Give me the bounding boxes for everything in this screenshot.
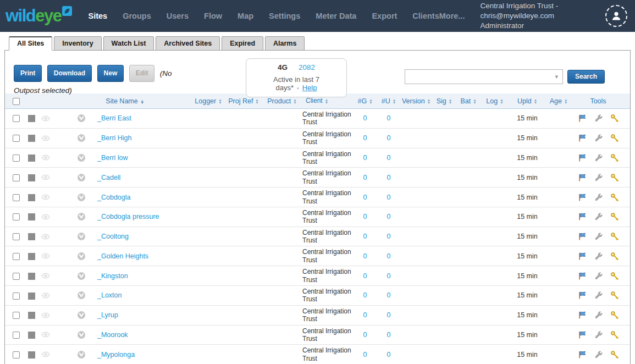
u-count-link[interactable]: 0 xyxy=(387,134,391,142)
row-checkbox[interactable] xyxy=(13,332,20,339)
row-checkbox[interactable] xyxy=(13,213,20,220)
flag-tool-button[interactable] xyxy=(578,193,587,202)
tab[interactable]: All Sites xyxy=(9,36,52,51)
g-count-link[interactable]: 0 xyxy=(363,272,367,280)
watch-eye-icon[interactable] xyxy=(41,194,50,200)
g-count-link[interactable]: 0 xyxy=(363,134,367,142)
watch-eye-icon[interactable] xyxy=(41,214,50,220)
g-count-link[interactable]: 0 xyxy=(363,331,367,339)
flag-tool-button[interactable] xyxy=(578,134,587,142)
column-header-product[interactable]: Product▲▼ xyxy=(262,97,302,105)
wrench-tool-button[interactable] xyxy=(594,330,603,339)
u-count-link[interactable]: 0 xyxy=(387,174,391,181)
tab[interactable]: Watch List xyxy=(103,36,154,51)
g-count-link[interactable]: 0 xyxy=(363,154,367,162)
g-count-link[interactable]: 0 xyxy=(363,252,367,260)
help-link[interactable]: Help xyxy=(302,84,317,92)
row-checkbox[interactable] xyxy=(13,273,20,280)
row-checkbox[interactable] xyxy=(13,174,20,181)
row-checkbox[interactable] xyxy=(13,233,20,240)
row-checkbox[interactable] xyxy=(13,351,20,359)
wrench-tool-button[interactable] xyxy=(594,272,603,280)
flag-tool-button[interactable] xyxy=(578,173,587,182)
chevron-down-icon[interactable]: ▾ xyxy=(550,73,562,80)
user-avatar-button[interactable] xyxy=(605,5,627,27)
g-count-link[interactable]: 0 xyxy=(363,351,367,359)
wrench-tool-button[interactable] xyxy=(594,212,603,221)
g-count-link[interactable]: 0 xyxy=(363,174,367,181)
site-link[interactable]: _Mypolonga xyxy=(97,351,135,359)
u-count-link[interactable]: 0 xyxy=(387,233,391,240)
u-count-link[interactable]: 0 xyxy=(387,252,391,260)
new-button[interactable]: New xyxy=(97,65,124,82)
watch-eye-icon[interactable] xyxy=(41,155,50,161)
site-link[interactable]: _Moorook xyxy=(97,331,128,339)
g-count-link[interactable]: 0 xyxy=(363,233,367,240)
key-tool-button[interactable] xyxy=(610,212,619,221)
watch-eye-icon[interactable] xyxy=(41,115,50,122)
column-header-g[interactable]: #G▲▼ xyxy=(353,97,377,105)
select-all-checkbox[interactable] xyxy=(13,98,20,105)
row-checkbox[interactable] xyxy=(13,312,20,319)
flag-tool-button[interactable] xyxy=(578,272,587,280)
tab[interactable]: Archived Sites xyxy=(156,36,220,51)
key-tool-button[interactable] xyxy=(610,330,619,339)
key-tool-button[interactable] xyxy=(610,311,619,319)
key-tool-button[interactable] xyxy=(610,114,619,123)
watch-eye-icon[interactable] xyxy=(41,135,50,141)
site-link[interactable]: _Loxton xyxy=(97,291,122,299)
watch-eye-icon[interactable] xyxy=(41,273,50,279)
flag-tool-button[interactable] xyxy=(578,153,587,162)
watch-eye-icon[interactable] xyxy=(41,253,50,259)
flag-tool-button[interactable] xyxy=(578,252,587,261)
site-link[interactable]: _Berri low xyxy=(97,154,128,162)
flag-tool-button[interactable] xyxy=(578,311,587,319)
column-header-age[interactable]: Age▲▼ xyxy=(545,97,572,105)
site-link[interactable]: _Cadell xyxy=(97,174,120,181)
row-checkbox[interactable] xyxy=(13,293,20,300)
key-tool-button[interactable] xyxy=(610,153,619,162)
u-count-link[interactable]: 0 xyxy=(387,351,391,359)
site-link[interactable]: _Berri High xyxy=(97,134,132,142)
nav-item[interactable]: Meter Data xyxy=(316,12,356,20)
wrench-tool-button[interactable] xyxy=(594,232,603,241)
wrench-tool-button[interactable] xyxy=(594,291,603,300)
wrench-tool-button[interactable] xyxy=(594,311,603,319)
nav-item[interactable]: Users xyxy=(167,12,189,20)
watch-eye-icon[interactable] xyxy=(41,234,50,240)
nav-item[interactable]: Settings xyxy=(269,12,300,20)
column-header-upld[interactable]: Upld▲▼ xyxy=(509,97,545,105)
row-checkbox[interactable] xyxy=(13,135,20,142)
column-header-logger[interactable]: Logger▲▼ xyxy=(191,97,225,105)
column-header-bat[interactable]: Bat▲▼ xyxy=(456,97,481,105)
u-count-link[interactable]: 0 xyxy=(387,272,391,280)
watch-eye-icon[interactable] xyxy=(41,312,50,318)
print-button[interactable]: Print xyxy=(14,65,42,82)
key-tool-button[interactable] xyxy=(610,350,619,359)
key-tool-button[interactable] xyxy=(610,232,619,241)
column-header-sig[interactable]: Sig▲▼ xyxy=(432,97,456,105)
row-checkbox[interactable] xyxy=(13,155,20,162)
watch-eye-icon[interactable] xyxy=(41,293,50,299)
g-count-link[interactable]: 0 xyxy=(363,194,367,201)
flag-tool-button[interactable] xyxy=(578,114,587,123)
u-count-link[interactable]: 0 xyxy=(387,154,391,162)
wrench-tool-button[interactable] xyxy=(594,153,603,162)
wrench-tool-button[interactable] xyxy=(594,252,603,261)
wrench-tool-button[interactable] xyxy=(594,193,603,202)
key-tool-button[interactable] xyxy=(610,134,619,142)
wildeye-logo[interactable]: wildeye xyxy=(5,2,72,30)
u-count-link[interactable]: 0 xyxy=(387,311,391,319)
download-button[interactable]: Download xyxy=(47,65,92,82)
flag-tool-button[interactable] xyxy=(578,212,587,221)
site-link[interactable]: _Lyrup xyxy=(97,311,118,319)
key-tool-button[interactable] xyxy=(610,291,619,300)
g-count-link[interactable]: 0 xyxy=(363,291,367,299)
nav-item[interactable]: Flow xyxy=(204,12,222,20)
active-count-link[interactable]: 2082 xyxy=(299,63,315,71)
column-header-version[interactable]: Version▲▼ xyxy=(400,97,432,105)
nav-item[interactable]: Groups xyxy=(123,12,151,20)
nav-item[interactable]: Export xyxy=(372,12,397,20)
wrench-tool-button[interactable] xyxy=(594,114,603,123)
tab[interactable]: Alarms xyxy=(265,36,305,51)
